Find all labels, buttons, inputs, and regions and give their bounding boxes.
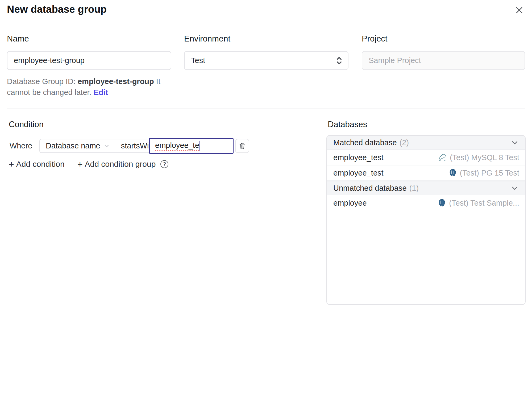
condition-field-select[interactable]: Database name: [40, 139, 115, 152]
trash-icon: [239, 142, 246, 150]
database-row: employee_test (Test) MySQL 8 Test: [327, 150, 525, 165]
add-condition-button[interactable]: + Add condition: [9, 160, 65, 169]
where-label: Where: [10, 139, 32, 153]
chevron-down-icon: [511, 139, 519, 147]
postgres-icon: [448, 168, 457, 177]
plus-icon: +: [9, 160, 14, 168]
environment-value: Test: [191, 56, 205, 65]
database-name: employee_test: [333, 153, 384, 162]
group-id-note: Database Group ID: employee-test-group I…: [7, 76, 180, 98]
condition-actions: + Add condition + Add condition group ?: [9, 160, 168, 169]
environment-select[interactable]: Test: [184, 51, 348, 70]
text-cursor: [200, 141, 200, 151]
group-id-value: employee-test-group: [78, 77, 154, 86]
chevron-down-icon: [103, 143, 110, 149]
matched-database-header[interactable]: Matched database(2): [327, 136, 525, 150]
instance-label: (Test) MySQL 8 Test: [450, 153, 519, 162]
condition-value-input[interactable]: employee_te: [149, 138, 234, 154]
group-title-text: Unmatched database: [333, 184, 407, 192]
project-value: Sample Project: [369, 56, 421, 65]
name-label: Name: [7, 34, 29, 44]
environment-label: Environment: [184, 34, 230, 44]
add-condition-group-label: Add condition group: [85, 160, 156, 169]
databases-heading: Databases: [328, 120, 367, 129]
chevron-down-icon: [511, 184, 519, 192]
databases-panel: Matched database(2) employee_test (Test)…: [326, 135, 526, 305]
database-instance: (Test) MySQL 8 Test: [438, 153, 519, 162]
condition-heading: Condition: [9, 120, 44, 129]
database-name: employee: [333, 199, 367, 207]
database-name: employee_test: [333, 169, 384, 177]
postgres-icon: [437, 198, 446, 207]
group-id-note-prefix: Database Group ID:: [7, 77, 78, 86]
database-instance: (Test) PG 15 Test: [448, 168, 519, 177]
page-title: New database group: [7, 4, 107, 15]
group-count: (2): [400, 138, 409, 147]
mysql-icon: [438, 153, 447, 162]
database-row: employee (Test) Test Sample...: [327, 195, 525, 211]
database-row: employee_test (Test) PG 15 Test: [327, 165, 525, 181]
section-divider: [7, 109, 525, 109]
matched-database-title: Matched database(2): [333, 138, 409, 147]
instance-label: (Test) Test Sample...: [449, 199, 519, 207]
database-instance: (Test) Test Sample...: [437, 198, 519, 207]
condition-field-value: Database name: [46, 142, 100, 150]
name-input[interactable]: [7, 51, 171, 70]
project-label: Project: [362, 34, 387, 44]
close-icon[interactable]: [513, 4, 525, 16]
add-condition-group-button[interactable]: + Add condition group ?: [77, 160, 169, 169]
group-count: (1): [409, 184, 419, 192]
plus-icon: +: [77, 160, 83, 168]
unmatched-database-header[interactable]: Unmatched database(1): [327, 181, 525, 195]
select-updown-icon: [335, 52, 343, 69]
add-condition-label: Add condition: [16, 160, 65, 169]
unmatched-database-title: Unmatched database(1): [333, 184, 419, 193]
condition-value-text: employee_te: [155, 141, 199, 151]
new-database-group-dialog: New database group Name Environment Proj…: [0, 0, 532, 399]
project-select[interactable]: Sample Project: [362, 51, 525, 70]
help-icon[interactable]: ?: [160, 160, 168, 168]
group-title-text: Matched database: [333, 138, 397, 147]
instance-label: (Test) PG 15 Test: [460, 169, 519, 177]
delete-condition-button[interactable]: [235, 139, 249, 153]
dialog-header: New database group: [0, 0, 532, 22]
edit-link[interactable]: Edit: [94, 88, 108, 97]
